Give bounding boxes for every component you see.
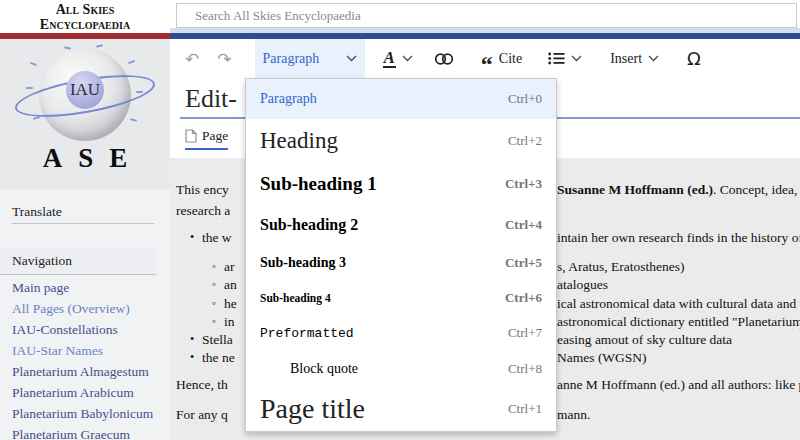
text-segment: ) and all [680, 377, 728, 392]
chevron-down-icon [648, 55, 659, 62]
menu-item-shortcut: Ctrl+4 [505, 217, 542, 233]
chevron-down-icon [571, 55, 582, 62]
menu-item-label: Sub-heading 2 [260, 216, 358, 234]
text-segment: of [629, 332, 647, 347]
text-segment: atalogues [557, 277, 608, 292]
line-right-fragment: ical astronomical data with cultural dat… [557, 296, 800, 312]
line-left-fragment: This ency [176, 182, 245, 198]
text-segment: her own [588, 230, 639, 245]
menu-item-pagetitle[interactable]: Page titleCtrl+1 [246, 387, 556, 431]
sidebar: IAU ASE Translate Navigation Main pageAl… [0, 39, 170, 440]
sidebar-link-planetarium-babylonicum[interactable]: Planetarium Babylonicum [0, 403, 156, 424]
text-segment: of [788, 230, 800, 245]
text-style-button[interactable]: A [379, 39, 417, 78]
menu-item-label: Sub-heading 3 [260, 255, 346, 271]
menu-item-sub1[interactable]: Sub-heading 1Ctrl+3 [246, 163, 556, 205]
line-right-fragment: Names (WGSN) [557, 350, 800, 366]
menu-item-heading[interactable]: HeadingCtrl+2 [246, 119, 556, 163]
tab-page[interactable]: Page [185, 128, 228, 150]
menu-item-sub2[interactable]: Sub-heading 2Ctrl+4 [246, 205, 556, 244]
search-input[interactable] [176, 3, 797, 28]
menu-item-label: Heading [260, 128, 338, 154]
misspelled-text: ency [203, 182, 228, 197]
sidebar-link-iau-star-names[interactable]: IAU-Star Names [0, 340, 156, 361]
sidebar-link-planetarium-arabicum[interactable]: Planetarium Arabicum [0, 382, 156, 403]
line-left-fragment: research a [176, 203, 245, 219]
ase-logo[interactable]: IAU ASE [0, 39, 170, 189]
text-segment: mann. [557, 407, 590, 422]
misspelled-text: research finds [638, 230, 713, 245]
paragraph-format-dropdown-button[interactable]: Paragraph [255, 39, 365, 78]
text-segment: in the [714, 230, 751, 245]
misspelled-text: ical astronomical [557, 296, 650, 311]
sidebar-link-planetarium-almagestum[interactable]: Planetarium Almagestum [0, 361, 156, 382]
text-segment: , [794, 182, 800, 197]
text-segment: , th [210, 377, 227, 392]
redo-button[interactable]: ↷ [208, 39, 240, 78]
text-segment: This [176, 182, 203, 197]
text-segment: in [224, 314, 235, 329]
sidebar-link-planetarium-graecum[interactable]: Planetarium Graecum [0, 424, 156, 440]
star-mark-icon [96, 44, 103, 47]
omega-icon: Ω [687, 48, 701, 69]
link-button[interactable] [423, 39, 465, 78]
menu-item-label: Paragraph [260, 91, 317, 107]
text-segment: he [224, 296, 237, 311]
list-bullet: • [190, 332, 194, 347]
site-wordmark[interactable]: All Skies Encyclopaedia [0, 0, 170, 33]
top-header: All Skies Encyclopaedia [0, 0, 800, 28]
star-mark-icon [64, 46, 71, 49]
menu-item-shortcut: Ctrl+8 [508, 361, 542, 377]
format-dropdown-menu: ParagraphCtrl+0HeadingCtrl+2Sub-heading … [245, 78, 557, 432]
list-bullet: • [190, 350, 194, 365]
line-right-fragment: anne M Hoffmann (ed.) and all authors: l… [557, 377, 800, 393]
undo-icon: ↶ [185, 49, 199, 69]
menu-item-pre[interactable]: PreformattedCtrl+7 [246, 315, 556, 351]
sidebar-link-main-page[interactable]: Main page [0, 277, 156, 298]
line-right-fragment: easing amout of sky culture data [557, 332, 800, 348]
menu-item-sub4[interactable]: Sub-heading 4Ctrl+6 [246, 281, 556, 315]
menu-item-sub3[interactable]: Sub-heading 3Ctrl+5 [246, 244, 556, 281]
special-character-button[interactable]: Ω [679, 39, 709, 78]
navigation-header: Navigation [0, 249, 156, 275]
translate-divider [12, 223, 154, 224]
menu-item-paragraph[interactable]: ParagraphCtrl+0 [246, 79, 556, 119]
misspelled-text: ne [222, 350, 235, 365]
text-segment: ar [224, 259, 235, 274]
paragraph-format-label: Paragraph [263, 51, 320, 67]
cite-button[interactable]: “ Cite [473, 39, 530, 78]
insert-menu-button[interactable]: Insert [602, 39, 667, 78]
menu-item-shortcut: Ctrl+3 [505, 176, 542, 192]
search-bar [176, 3, 797, 28]
wordmark-line1: All Skies [0, 3, 170, 18]
chevron-down-icon [402, 55, 413, 62]
line-right-fragment: intain her own research finds in the his… [557, 230, 800, 246]
redo-icon: ↷ [217, 49, 231, 69]
menu-item-shortcut: Ctrl+7 [508, 325, 542, 341]
sidebar-link-iau-constellations[interactable]: IAU-Constellations [0, 319, 156, 340]
list-structure-button[interactable] [540, 39, 590, 78]
line-left-fragment: Hence, th [176, 377, 245, 393]
line-right-fragment: mann. [557, 407, 800, 423]
misspelled-text: Names [557, 350, 595, 365]
text-segment: culture data [665, 332, 732, 347]
star-mark-icon [33, 116, 40, 120]
line-left-fragment: the w [202, 230, 245, 246]
editor-toolbar: ↶ ↷ Paragraph A “ Cite [170, 39, 800, 78]
line-left-fragment: ar [224, 259, 245, 275]
sidebar-link-all-pages-overview-[interactable]: All Pages (Overview) [0, 298, 156, 319]
translate-label: Translate [12, 204, 62, 220]
menu-item-blockquote[interactable]: Block quoteCtrl+8 [246, 351, 556, 387]
undo-button[interactable]: ↶ [176, 39, 208, 78]
misspelled-text: sky [647, 332, 666, 347]
link-icon [433, 52, 455, 66]
misspelled-text: ed. [664, 377, 680, 392]
page-document-icon [185, 129, 197, 143]
text-segment: entitled " [685, 314, 738, 329]
text-segment: anne M Hoffmann ( [557, 377, 664, 392]
line-right-fragment: astronomical dictionary entitled "Planet… [557, 314, 800, 330]
line-right-fragment: s, Aratus, Eratosthenes) [557, 259, 800, 275]
quote-icon: “ [481, 60, 493, 70]
star-mark-icon [30, 62, 37, 66]
list-bullet: • [190, 230, 194, 245]
